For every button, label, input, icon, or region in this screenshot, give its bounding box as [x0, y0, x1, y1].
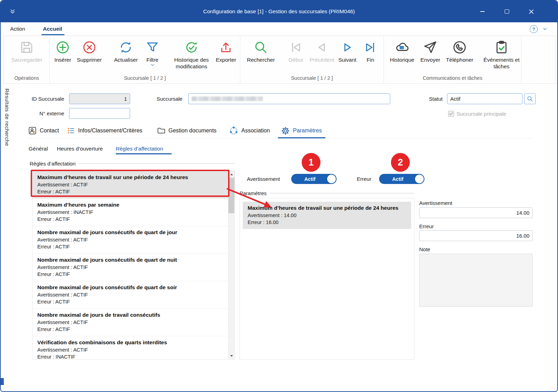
avertissement-toggle[interactable]: Actif: [291, 174, 337, 184]
menu-tab-accueil[interactable]: Accueil: [43, 22, 62, 36]
subtab-heures-ouverture[interactable]: Heures d’ouverture: [57, 144, 103, 154]
actualiser-button[interactable]: Actualiser: [114, 40, 138, 63]
tab-contact[interactable]: Contact: [28, 123, 59, 138]
menu-tab-action[interactable]: Action: [10, 22, 25, 36]
detail-erreur-field[interactable]: [419, 230, 533, 241]
refresh-icon: [118, 40, 134, 55]
tab-label: Paramètres: [293, 128, 322, 134]
id-succursale-field[interactable]: [69, 93, 130, 104]
suivant-button[interactable]: Suivant: [338, 40, 356, 63]
erreur-toggle[interactable]: Actif: [379, 174, 424, 184]
next-icon: [340, 40, 355, 55]
minimize-icon: [480, 11, 485, 12]
export-icon: [218, 40, 234, 55]
erreur-toggle-label: Erreur: [357, 174, 371, 184]
annotation-step-1-badge: 1: [302, 153, 321, 172]
tab-infos-classement-criteres[interactable]: Infos/Classement/Critères: [66, 123, 142, 138]
skip-end-icon: [363, 40, 378, 55]
subtab-general[interactable]: Général: [29, 144, 48, 154]
subtab-regles-affectation[interactable]: Règles d’affectation: [116, 144, 163, 154]
tab-label: Association: [241, 128, 270, 134]
active-tab-underline: [278, 137, 325, 138]
clipboard-check-icon: [494, 40, 509, 55]
toggle-knob: [327, 175, 336, 183]
gear-icon: [281, 126, 290, 136]
rule-item-4[interactable]: Nombre maximal de jours consécutifs de q…: [32, 281, 235, 309]
toggle-knob: [415, 175, 424, 183]
precedent-button[interactable]: Précédent: [310, 40, 334, 63]
person-icon: [28, 126, 37, 135]
chevron-down-icon[interactable]: [543, 28, 547, 30]
rechercher-button[interactable]: Rechercher: [247, 40, 275, 63]
statut-lookup-button[interactable]: [524, 93, 536, 104]
sauvegarder-button[interactable]: Sauvegarder: [12, 40, 43, 63]
evenements-taches-button[interactable]: Événements et tâches: [482, 40, 521, 70]
skip-start-icon: [288, 40, 303, 55]
tab-parametres[interactable]: Paramètres: [281, 123, 322, 138]
ribbon: Sauvegarder Opérations Insérer Supprimer: [3, 36, 556, 84]
supprimer-button[interactable]: Supprimer: [77, 40, 102, 63]
detail-erreur-label: Erreur: [419, 223, 434, 230]
maximize-button[interactable]: [497, 4, 516, 19]
sidebar-tab-resultats-recherche[interactable]: Résultats de recherche: [4, 89, 10, 146]
scrollbar[interactable]: [228, 171, 234, 359]
detail-avertissement-field[interactable]: [419, 207, 533, 218]
params-selected-item[interactable]: Maximum d’heures de travail sur une péri…: [243, 202, 411, 229]
minimize-button[interactable]: [473, 4, 492, 19]
historique-button[interactable]: Historique: [390, 40, 414, 63]
menubar: Action Accueil ?: [1, 22, 557, 36]
tab-label: Contact: [40, 128, 59, 134]
exporter-button[interactable]: Exporter: [216, 40, 236, 63]
rule-item-2[interactable]: Nombre maximal de jours consécutifs de q…: [32, 226, 235, 254]
app-window: Configuration de base [1] - Gestion des …: [0, 0, 558, 392]
statut-label: Statut: [429, 93, 443, 104]
filtre-button[interactable]: Filtre: [145, 40, 160, 66]
tab-association[interactable]: Association: [229, 123, 270, 138]
ribbon-group-succursale-nav: Rechercher Début Précédent Suivant: [240, 36, 384, 83]
ribbon-spacer: [521, 36, 556, 83]
statut-field[interactable]: [447, 93, 522, 104]
cloud-history-icon: [394, 40, 410, 55]
externe-field[interactable]: [69, 108, 130, 119]
tab-label: Gestion documents: [168, 128, 217, 134]
debut-button[interactable]: Début: [288, 40, 303, 63]
params-groupbox-label: Paramètres: [240, 190, 414, 196]
ribbon-group-operations: Sauvegarder Opérations: [4, 36, 50, 83]
plus-circle-icon: [55, 40, 70, 55]
redacted-text: [191, 97, 263, 101]
rule-item-3[interactable]: Nombre maximal de jours consécutifs de q…: [32, 254, 235, 281]
rule-item-1[interactable]: Maximum d’heures par semaine Avertisseme…: [32, 199, 235, 226]
list-icon: [66, 126, 75, 135]
toggle-state-text: Actif: [291, 176, 327, 182]
succursale-principale-checkbox[interactable]: [448, 111, 454, 117]
check-icon: [449, 112, 453, 115]
close-button[interactable]: [522, 4, 541, 19]
rule-item-6[interactable]: Vérification des combinaisons de quarts …: [32, 336, 235, 360]
tab-gestion-documents[interactable]: Gestion documents: [157, 123, 217, 138]
note-field[interactable]: [419, 254, 533, 307]
rule-item-5[interactable]: Nombre maximal de jours de travail consé…: [32, 309, 235, 336]
rule-item-0[interactable]: Maximum d’heures de travail sur une péri…: [32, 171, 235, 199]
titlebar: Configuration de base [1] - Gestion des …: [1, 1, 557, 22]
inserer-button[interactable]: Insérer: [54, 40, 71, 63]
envoyer-button[interactable]: Envoyer: [421, 40, 440, 63]
maximize-icon: [505, 9, 509, 14]
telephoner-button[interactable]: Téléphoner: [446, 40, 473, 63]
close-icon: [529, 9, 534, 14]
x-circle-icon: [82, 40, 97, 55]
tab-label: Infos/Classement/Critères: [78, 128, 142, 134]
rules-listbox: Maximum d’heures de travail sur une péri…: [32, 171, 235, 360]
phone-icon: [452, 40, 467, 55]
succursale-field[interactable]: [188, 93, 390, 104]
fin-button[interactable]: Fin: [363, 40, 378, 63]
chevron-down-icon: [151, 64, 154, 66]
historique-modifications-button[interactable]: Historique des modifications: [168, 40, 214, 70]
scroll-down-icon[interactable]: [228, 353, 234, 359]
scroll-up-icon[interactable]: [228, 171, 234, 177]
toggle-state-text: Actif: [379, 176, 415, 182]
history-check-icon: [184, 40, 199, 55]
scroll-thumb[interactable]: [228, 178, 234, 213]
previous-icon: [314, 40, 330, 55]
help-button[interactable]: ?: [530, 25, 538, 33]
search-icon: [253, 40, 269, 55]
